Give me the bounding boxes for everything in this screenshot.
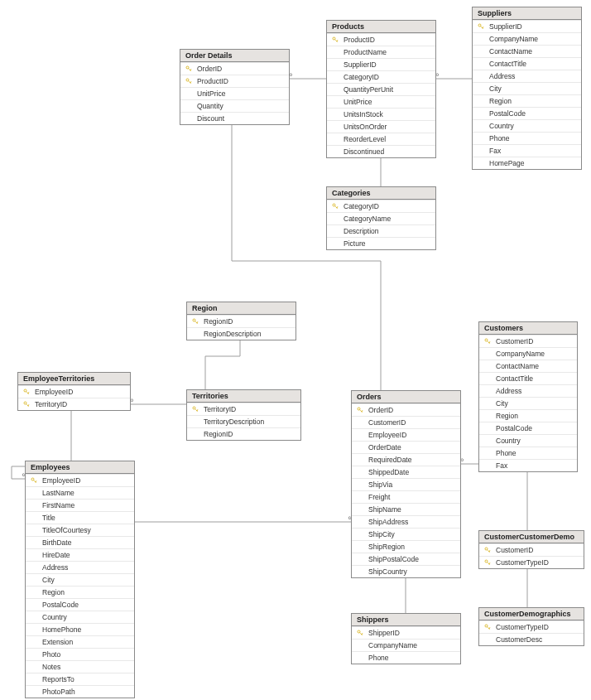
table-categories[interactable]: Categories CategoryIDCategoryNameDescrip… [326, 186, 436, 250]
table-orders[interactable]: Orders OrderIDCustomerIDEmployeeIDOrderD… [351, 390, 461, 578]
table-column[interactable]: ContactTitle [479, 372, 577, 384]
table-column[interactable]: PhotoPath [26, 685, 134, 698]
table-column[interactable]: TitleOfCourtesy [26, 524, 134, 536]
table-column[interactable]: ShipperID [352, 626, 460, 639]
table-title[interactable]: Customers [479, 322, 577, 335]
table-column[interactable]: OrderID [352, 403, 460, 416]
table-column[interactable]: HireDate [26, 548, 134, 561]
table-title[interactable]: Products [327, 21, 435, 33]
table-column[interactable]: ShipPostalCode [352, 553, 460, 565]
table-column[interactable]: ShipCountry [352, 565, 460, 577]
table-customerCustomerDemo[interactable]: CustomerCustomerDemo CustomerID Customer… [478, 530, 584, 569]
table-column[interactable]: ShipRegion [352, 540, 460, 553]
table-column[interactable]: ShipName [352, 503, 460, 515]
table-column[interactable]: ContactTitle [473, 57, 581, 70]
table-region[interactable]: Region RegionIDRegionDescription [186, 302, 296, 340]
table-column[interactable]: Quantity [180, 99, 289, 112]
table-column[interactable]: FirstName [26, 499, 134, 511]
table-employees[interactable]: Employees EmployeeIDLastNameFirstNameTit… [25, 461, 135, 698]
table-column[interactable]: Region [26, 586, 134, 598]
table-column[interactable]: City [473, 82, 581, 94]
table-title[interactable]: Shippers [352, 614, 460, 626]
table-column[interactable]: OrderID [180, 62, 289, 75]
table-suppliers[interactable]: Suppliers SupplierIDCompanyNameContactNa… [472, 7, 582, 170]
table-column[interactable]: Title [26, 511, 134, 524]
table-column[interactable]: ReportsTo [26, 673, 134, 685]
table-column[interactable]: CustomerID [352, 416, 460, 428]
table-column[interactable]: BirthDate [26, 536, 134, 548]
table-column[interactable]: ReorderLevel [327, 133, 435, 145]
table-column[interactable]: Discontinued [327, 145, 435, 157]
relationship-line[interactable] [12, 466, 25, 479]
table-column[interactable]: UnitsOnOrder [327, 120, 435, 133]
table-column[interactable]: Phone [352, 651, 460, 664]
table-column[interactable]: TerritoryID [18, 398, 130, 410]
table-column[interactable]: Discount [180, 112, 289, 124]
relationship-line[interactable] [205, 338, 240, 389]
table-column[interactable]: EmployeeID [26, 474, 134, 486]
table-column[interactable]: ContactName [473, 45, 581, 57]
table-column[interactable]: Freight [352, 490, 460, 503]
table-column[interactable]: ShippedDate [352, 466, 460, 478]
table-title[interactable]: Employees [26, 461, 134, 474]
table-column[interactable]: Description [327, 224, 435, 237]
table-employeeTerritories[interactable]: EmployeeTerritories EmployeeID Territory… [17, 372, 131, 411]
table-title[interactable]: Territories [187, 390, 300, 403]
table-column[interactable]: Address [479, 384, 577, 397]
table-column[interactable]: CategoryID [327, 70, 435, 83]
table-column[interactable]: Extension [26, 635, 134, 648]
table-column[interactable]: TerritoryDescription [187, 415, 300, 427]
table-column[interactable]: Fax [479, 459, 577, 471]
table-column[interactable]: UnitsInStock [327, 108, 435, 120]
table-column[interactable]: UnitPrice [180, 87, 289, 99]
table-column[interactable]: Region [479, 409, 577, 422]
table-column[interactable]: Notes [26, 660, 134, 673]
table-column[interactable]: ProductID [327, 33, 435, 46]
table-column[interactable]: HomePage [473, 157, 581, 169]
table-column[interactable]: PostalCode [473, 107, 581, 119]
table-column[interactable]: Country [26, 611, 134, 623]
table-products[interactable]: Products ProductIDProductNameSupplierIDC… [326, 20, 436, 158]
table-shippers[interactable]: Shippers ShipperIDCompanyNamePhone [351, 613, 461, 664]
table-column[interactable]: CompanyName [473, 32, 581, 45]
table-column[interactable]: EmployeeID [18, 385, 130, 398]
table-column[interactable]: PostalCode [26, 598, 134, 611]
table-column[interactable]: ShipVia [352, 478, 460, 490]
table-column[interactable]: Picture [327, 237, 435, 249]
diagram-canvas[interactable]: ∞ ∞ ∞ ∞ ∞∞ ∞ ∞ ∞∞ ∞ ∞∞ Order Details Ord… [0, 0, 591, 700]
table-title[interactable]: CustomerCustomerDemo [479, 531, 584, 543]
table-title[interactable]: CustomerDemographics [479, 608, 584, 620]
table-column[interactable]: TerritoryID [187, 403, 300, 415]
table-column[interactable]: HomePhone [26, 623, 134, 635]
table-column[interactable]: CustomerID [479, 543, 584, 556]
table-column[interactable]: RegionID [187, 315, 296, 327]
table-column[interactable]: ContactName [479, 360, 577, 372]
table-column[interactable]: Country [473, 119, 581, 132]
table-column[interactable]: CustomerID [479, 335, 577, 347]
table-territories[interactable]: Territories TerritoryIDTerritoryDescript… [186, 389, 301, 441]
table-column[interactable]: Photo [26, 648, 134, 660]
table-column[interactable]: CustomerTypeID [479, 556, 584, 568]
table-column[interactable]: QuantityPerUnit [327, 83, 435, 95]
table-column[interactable]: City [479, 397, 577, 409]
table-column[interactable]: OrderDate [352, 441, 460, 453]
table-customers[interactable]: Customers CustomerIDCompanyNameContactNa… [478, 321, 578, 472]
table-column[interactable]: RequiredDate [352, 453, 460, 466]
table-title[interactable]: Categories [327, 187, 435, 200]
table-column[interactable]: CategoryID [327, 200, 435, 212]
table-column[interactable]: Country [479, 434, 577, 447]
table-column[interactable]: LastName [26, 486, 134, 499]
table-column[interactable]: ShipCity [352, 528, 460, 540]
table-column[interactable]: Address [473, 70, 581, 82]
table-column[interactable]: ShipAddress [352, 515, 460, 528]
table-column[interactable]: UnitPrice [327, 95, 435, 108]
table-title[interactable]: Region [187, 302, 296, 315]
table-title[interactable]: EmployeeTerritories [18, 373, 130, 385]
table-column[interactable]: ProductName [327, 46, 435, 58]
table-column[interactable]: Phone [473, 132, 581, 144]
table-title[interactable]: Order Details [180, 50, 289, 62]
table-column[interactable]: City [26, 573, 134, 586]
table-customerDemographics[interactable]: CustomerDemographics CustomerTypeIDCusto… [478, 607, 584, 646]
table-column[interactable]: CustomerDesc [479, 633, 584, 645]
table-column[interactable]: SupplierID [473, 20, 581, 32]
